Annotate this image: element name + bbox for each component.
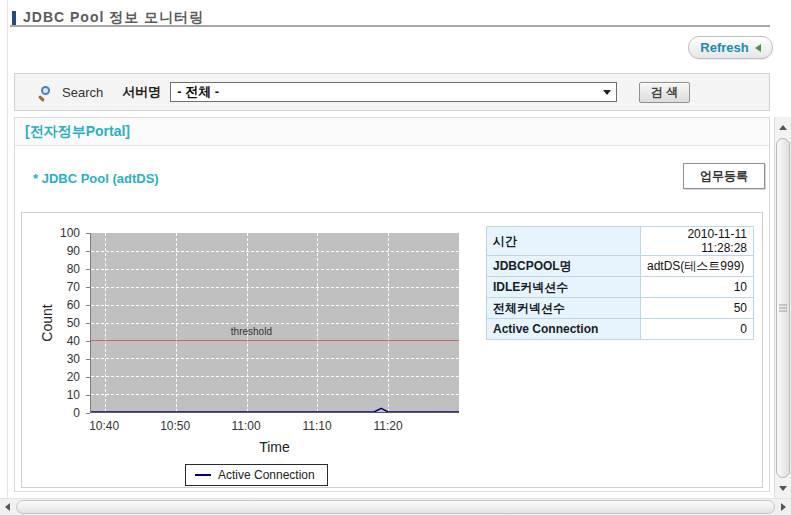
- active-connection-series: [91, 233, 459, 412]
- x-tick-label: 11:10: [302, 419, 331, 433]
- vertical-scrollbar-thumb[interactable]: [776, 138, 790, 478]
- register-button[interactable]: 업무등록: [683, 163, 765, 189]
- page-left-border: [7, 0, 8, 498]
- search-icon: [38, 85, 53, 100]
- portal-title: [전자정부Portal]: [25, 123, 130, 141]
- refresh-button[interactable]: Refresh: [688, 36, 773, 59]
- table-row: 시간2010-11-11 11:28:28: [487, 227, 754, 256]
- refresh-arrow-icon: [755, 44, 761, 52]
- search-label: Search: [62, 85, 103, 100]
- y-tick-label: 100: [60, 226, 80, 240]
- info-label: JDBCPOOL명: [487, 256, 641, 277]
- arrow-left-icon: [5, 503, 10, 511]
- y-axis-ticks: 0102030405060708090100: [22, 233, 86, 413]
- info-value: 10: [641, 277, 754, 298]
- y-tick-label: 50: [67, 316, 80, 330]
- y-tick-label: 80: [67, 262, 80, 276]
- x-tick-label: 11:20: [373, 419, 402, 433]
- info-label: 전체커넥션수: [487, 298, 641, 319]
- search-submit-button[interactable]: 검 색: [639, 82, 690, 103]
- search-icon-handle: [38, 94, 45, 101]
- x-axis-label: Time: [90, 439, 459, 455]
- y-tick-label: 40: [67, 334, 80, 348]
- x-axis-ticks: 10:4010:5011:0011:1011:20: [90, 419, 459, 433]
- scroll-up-button[interactable]: [775, 119, 791, 135]
- monitor-panel: Count 0102030405060708090100 threshold 1…: [21, 212, 763, 488]
- info-label: IDLE커넥션수: [487, 277, 641, 298]
- server-name-label: 서버명: [122, 83, 161, 101]
- server-select[interactable]: - 전체 -: [170, 82, 617, 102]
- legend-label: Active Connection: [218, 468, 315, 482]
- legend-line-sample: [195, 474, 211, 476]
- scroll-down-button[interactable]: [775, 480, 791, 496]
- y-tick-label: 30: [67, 352, 80, 366]
- refresh-label: Refresh: [700, 40, 748, 55]
- y-tick-label: 10: [67, 388, 80, 402]
- table-row: JDBCPOOL명adtDS(테스트999): [487, 256, 754, 277]
- x-tick-label: 10:40: [89, 419, 119, 433]
- arrow-down-icon: [779, 486, 787, 491]
- portal-panel: [전자정부Portal] * JDBC Pool (adtDS) 업무등록 Co…: [14, 117, 770, 492]
- y-tick-label: 90: [67, 244, 80, 258]
- arrow-right-icon: [781, 503, 786, 511]
- title-divider: [10, 25, 770, 27]
- y-tick-label: 20: [67, 370, 80, 384]
- thumb-grip-icon: [779, 308, 787, 309]
- server-select-value: - 전체 -: [177, 83, 219, 101]
- y-tick-label: 60: [67, 298, 80, 312]
- portal-header: [전자정부Portal]: [15, 118, 769, 146]
- table-row: 전체커넥션수50: [487, 298, 754, 319]
- y-tick-label: 70: [67, 280, 80, 294]
- info-value: 2010-11-11 11:28:28: [641, 227, 754, 256]
- x-tick-label: 10:50: [160, 419, 190, 433]
- scroll-left-button[interactable]: [0, 499, 16, 515]
- arrow-up-icon: [779, 125, 787, 130]
- info-value: adtDS(테스트999): [641, 256, 754, 277]
- horizontal-scrollbar-thumb[interactable]: [16, 500, 775, 514]
- chevron-down-icon: [603, 90, 611, 95]
- y-tick-mark: [86, 413, 90, 414]
- plot-area: threshold: [90, 233, 459, 413]
- search-panel: Search 서버명 - 전체 - 검 색: [14, 73, 770, 111]
- y-tick-label: 0: [73, 406, 80, 420]
- info-label: 시간: [487, 227, 641, 256]
- info-label: Active Connection: [487, 319, 641, 340]
- title-marker-icon: [12, 11, 16, 26]
- info-value: 0: [641, 319, 754, 340]
- pool-title: * JDBC Pool (adtDS): [33, 171, 159, 186]
- scroll-right-button[interactable]: [775, 499, 791, 515]
- info-value: 50: [641, 298, 754, 319]
- x-tick-label: 11:00: [232, 419, 261, 433]
- table-row: Active Connection0: [487, 319, 754, 340]
- chart-legend: Active Connection: [185, 464, 328, 486]
- pool-info-table: 시간2010-11-11 11:28:28JDBCPOOL명adtDS(테스트9…: [486, 226, 754, 340]
- horizontal-scrollbar[interactable]: [0, 498, 791, 515]
- search-icon-glass: [41, 86, 50, 95]
- vertical-scrollbar[interactable]: [774, 117, 791, 498]
- jdbc-pool-monitor-page: JDBC Pool 정보 모니터링 Refresh Search 서버명 - 전…: [0, 0, 791, 515]
- table-row: IDLE커넥션수10: [487, 277, 754, 298]
